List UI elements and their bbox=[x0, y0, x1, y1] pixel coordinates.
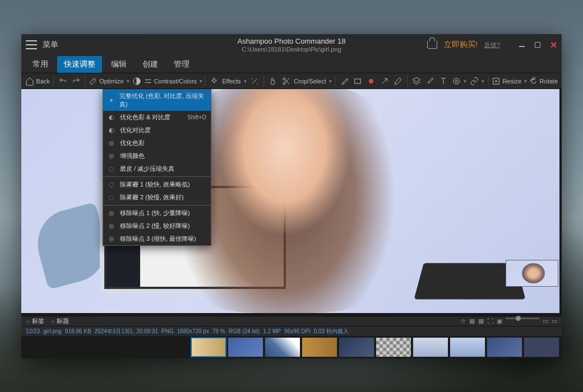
effects-dropdown[interactable]: Effects bbox=[221, 75, 247, 87]
redo-button[interactable] bbox=[70, 75, 82, 87]
opt-dehaze-1[interactable]: ◌除雾霾 1 (较快, 效果略低) bbox=[103, 178, 211, 191]
resize-icon bbox=[492, 77, 501, 86]
opt-denoise-2[interactable]: ◎移除噪点 2 (慢, 较好降噪) bbox=[103, 220, 211, 232]
minimize-button[interactable] bbox=[518, 41, 526, 49]
tab-common[interactable]: 常用 bbox=[26, 56, 55, 73]
magic-button[interactable] bbox=[248, 75, 261, 87]
tab-edit[interactable]: 编辑 bbox=[104, 56, 133, 73]
target-button[interactable] bbox=[451, 75, 468, 87]
rect-button[interactable] bbox=[351, 75, 364, 87]
rotate-icon bbox=[529, 77, 538, 86]
back-button[interactable]: Back bbox=[25, 75, 50, 87]
drop-icon: ◌ bbox=[108, 181, 115, 189]
target-icon: ◎ bbox=[108, 152, 115, 160]
film-thumb[interactable] bbox=[265, 337, 300, 357]
wand-icon bbox=[89, 77, 98, 86]
rotate-button[interactable]: Rotate bbox=[529, 75, 558, 87]
brush-button[interactable] bbox=[424, 75, 436, 87]
optimize-dropdown[interactable]: Optimize bbox=[89, 75, 129, 87]
home-icon bbox=[25, 77, 34, 86]
arrow-button[interactable] bbox=[378, 75, 391, 87]
film-thumb[interactable] bbox=[450, 337, 485, 357]
star-icon[interactable]: ☆ bbox=[460, 318, 466, 325]
magic-wand-icon bbox=[250, 77, 259, 86]
image-viewport bbox=[21, 89, 559, 313]
contrast-icon: ◐ bbox=[108, 127, 115, 134]
opt-color[interactable]: ◎优化色彩 bbox=[103, 137, 211, 150]
layers-button[interactable] bbox=[410, 75, 423, 87]
file-path: C:\Users\18181\Desktop\Pic\girl.png bbox=[238, 46, 346, 53]
eraser-button[interactable] bbox=[392, 75, 404, 87]
grid2-icon[interactable]: ▦ bbox=[478, 318, 484, 325]
opt-full-optimize[interactable]: ✦完整优化 (色彩, 对比度, 压缩失真) bbox=[103, 90, 211, 111]
drop-icon: ◌ bbox=[108, 165, 115, 173]
opt-smooth-skin[interactable]: ◌磨皮 / 减少压缩失真 bbox=[103, 162, 211, 175]
resize-dropdown[interactable]: Resize bbox=[492, 75, 528, 87]
film-thumb[interactable] bbox=[191, 337, 226, 357]
sparkle-button[interactable] bbox=[208, 75, 220, 87]
tag-label[interactable]: 标签 bbox=[32, 317, 44, 325]
link-icon bbox=[470, 77, 479, 86]
title-label[interactable]: 标题 bbox=[57, 317, 69, 325]
eraser-icon bbox=[394, 77, 402, 86]
hamburger-menu-button[interactable] bbox=[26, 40, 37, 49]
target-icon: ◎ bbox=[108, 235, 115, 243]
status-mp: 1.2 MP bbox=[263, 328, 281, 334]
scissors-button[interactable] bbox=[280, 75, 293, 87]
film-thumb[interactable] bbox=[524, 337, 559, 357]
text-icon bbox=[439, 77, 448, 86]
wand-icon: ✦ bbox=[108, 96, 115, 104]
optimize-context-menu: ✦完整优化 (色彩, 对比度, 压缩失真) ◐优化色彩 & 对比度Shift+O… bbox=[103, 89, 211, 246]
link-button[interactable] bbox=[469, 75, 485, 87]
scissors-icon bbox=[282, 77, 291, 86]
status-dpi: 96x96 DPI bbox=[284, 328, 311, 334]
buy-now-link[interactable]: 立即购买! bbox=[444, 40, 478, 50]
film-thumb[interactable] bbox=[228, 337, 263, 357]
opt-denoise-1[interactable]: ◎移除噪点 1 (快, 少量降噪) bbox=[103, 207, 211, 220]
contrast-icon bbox=[132, 77, 141, 86]
opt-contrast[interactable]: ◐优化对比度 bbox=[103, 124, 211, 137]
close-button[interactable]: ✕ bbox=[549, 41, 557, 49]
zoom-slider[interactable] bbox=[506, 318, 539, 319]
svg-point-5 bbox=[454, 78, 460, 84]
drop-icon: ◌ bbox=[108, 194, 115, 202]
tab-create[interactable]: 创建 bbox=[136, 56, 165, 73]
hand-button[interactable] bbox=[267, 75, 279, 87]
contrast-colors-dropdown[interactable]: Contrast/Colors bbox=[144, 75, 202, 87]
opt-dehaze-2[interactable]: ◌除雾霾 2 (较慢, 效果好) bbox=[103, 191, 211, 204]
grid-icon[interactable]: ▦ bbox=[469, 318, 475, 325]
film-thumb[interactable] bbox=[376, 337, 411, 357]
record-button[interactable] bbox=[365, 75, 377, 87]
svg-point-2 bbox=[283, 82, 285, 85]
opt-denoise-3[interactable]: ◎移除噪点 3 (很快, 最佳降噪) bbox=[103, 232, 211, 245]
picker-button[interactable] bbox=[338, 75, 350, 87]
status-format: PNG bbox=[161, 328, 174, 334]
tab-manage[interactable]: 管理 bbox=[167, 56, 196, 73]
canvas-area[interactable]: ✦完整优化 (色彩, 对比度, 压缩失真) ◐优化色彩 & 对比度Shift+O… bbox=[21, 89, 562, 316]
arrow-icon bbox=[380, 77, 389, 86]
navigator-thumbnail[interactable] bbox=[506, 260, 558, 287]
feedback-link[interactable]: 反馈? bbox=[484, 41, 500, 49]
fit-icon[interactable]: ▭ bbox=[543, 318, 548, 325]
crop-select-dropdown[interactable]: Crop/Select bbox=[294, 75, 332, 87]
filmstrip[interactable] bbox=[21, 336, 562, 358]
menu-label[interactable]: 菜单 bbox=[43, 40, 58, 50]
status-index: 12/23 bbox=[26, 328, 40, 334]
histogram-icon[interactable]: ▣ bbox=[497, 318, 502, 325]
fullscreen-icon[interactable]: ⛶ bbox=[487, 318, 493, 325]
tab-quick-adjust[interactable]: 快速调整 bbox=[57, 56, 102, 73]
undo-button[interactable] bbox=[57, 75, 69, 87]
maximize-button[interactable] bbox=[534, 41, 542, 49]
toolbar: Back Optimize Contrast/Colors Effects Cr… bbox=[21, 73, 562, 89]
cart-icon[interactable] bbox=[427, 41, 437, 49]
film-thumb[interactable] bbox=[487, 337, 522, 357]
film-thumb[interactable] bbox=[339, 337, 374, 357]
film-thumb[interactable] bbox=[302, 337, 337, 357]
text-button[interactable] bbox=[437, 75, 450, 87]
target-icon bbox=[452, 77, 461, 86]
opt-enhance-color[interactable]: ◎增强颜色 bbox=[103, 150, 211, 162]
film-thumb[interactable] bbox=[413, 337, 448, 357]
opt-color-contrast[interactable]: ◐优化色彩 & 对比度Shift+O bbox=[103, 111, 211, 124]
contrast-icon-button[interactable] bbox=[131, 75, 143, 87]
actual-icon[interactable]: ▭ bbox=[552, 318, 557, 325]
